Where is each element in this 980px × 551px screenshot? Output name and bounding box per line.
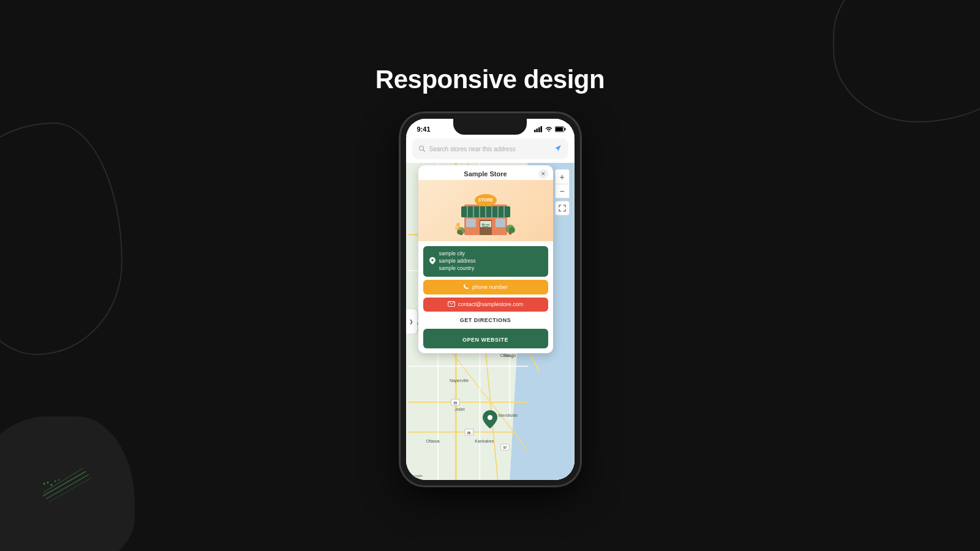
decorative-lines <box>43 465 92 502</box>
svg-point-43 <box>488 415 492 420</box>
svg-rect-55 <box>496 219 505 227</box>
phone-number-text: phone number <box>472 284 508 290</box>
address-street: sample address <box>439 258 476 265</box>
svg-point-4 <box>43 483 45 485</box>
svg-point-6 <box>51 484 53 486</box>
status-icons <box>534 126 566 132</box>
page-title: Responsive design <box>375 65 605 94</box>
svg-rect-12 <box>540 126 542 132</box>
website-button-label: OPEN WEBSITE <box>462 337 508 343</box>
svg-text:39: 39 <box>453 402 457 405</box>
store-image: STORE We are Open! <box>418 180 553 241</box>
signal-icon <box>534 126 543 132</box>
address-pin-icon <box>429 257 435 266</box>
phone-icon <box>463 283 469 291</box>
popup-body: sample city sample address sample countr… <box>418 241 553 353</box>
search-icon <box>418 145 426 152</box>
svg-rect-10 <box>536 129 538 132</box>
address-city: sample city <box>439 250 476 258</box>
city-label-joliet: Joliet <box>454 407 464 411</box>
fullscreen-icon <box>559 204 566 212</box>
city-label-ottawa: Ottawa <box>426 439 440 443</box>
envelope-icon <box>448 301 455 307</box>
phone-notch <box>453 119 527 135</box>
battery-icon <box>555 126 566 132</box>
fullscreen-button[interactable] <box>555 201 570 216</box>
svg-point-5 <box>47 482 49 484</box>
page-container: Responsive design 9:41 <box>375 65 605 486</box>
svg-point-8 <box>58 479 60 481</box>
svg-line-0 <box>43 471 86 496</box>
chevron-right-icon: ❯ <box>409 319 413 324</box>
zoom-out-button[interactable]: − <box>555 184 570 198</box>
svg-rect-67 <box>509 231 511 234</box>
svg-rect-54 <box>466 219 476 227</box>
city-label-naperville: Naperville <box>450 378 469 383</box>
address-country: sample country <box>439 265 476 272</box>
map-controls: + − <box>555 169 570 216</box>
city-label-gary: Ga... <box>503 353 513 358</box>
wifi-icon <box>545 126 552 132</box>
decorative-blob-top-right <box>833 0 980 122</box>
phone-frame: 9:41 <box>400 113 581 486</box>
email-address-text: contact@samplestore.com <box>458 301 524 307</box>
email-icon <box>448 301 455 308</box>
svg-point-70 <box>431 259 434 261</box>
svg-line-17 <box>423 150 424 152</box>
svg-text:80: 80 <box>467 432 471 435</box>
website-button[interactable]: OPEN WEBSITE <box>423 329 548 348</box>
map-pin-icon <box>483 410 497 429</box>
svg-text:Open!: Open! <box>482 225 489 228</box>
svg-rect-69 <box>455 227 461 230</box>
svg-point-7 <box>55 481 56 482</box>
map-background: 90 39 88 80 57 Ripon Fond du Lac Sheboyg… <box>406 163 575 480</box>
svg-rect-11 <box>538 127 540 132</box>
zoom-in-button[interactable]: + <box>555 169 570 184</box>
store-name: Sample Store <box>418 165 553 180</box>
popup-close-button[interactable]: ✕ <box>538 169 548 179</box>
phone-screen: 9:41 <box>406 119 575 480</box>
email-button[interactable]: contact@samplestore.com <box>423 298 548 312</box>
side-panel-toggle[interactable]: ❯ <box>406 309 417 334</box>
svg-rect-14 <box>556 127 563 131</box>
svg-point-68 <box>456 223 460 227</box>
city-label-kankakee: Kankakee <box>475 439 494 443</box>
search-bar[interactable]: Search stores near this address <box>412 138 568 159</box>
decorative-blob-left <box>0 122 123 355</box>
google-map-label: Google <box>411 474 423 478</box>
location-arrow-icon[interactable] <box>554 144 562 154</box>
phone-call-icon <box>463 283 469 290</box>
svg-text:57: 57 <box>503 446 507 449</box>
search-input-placeholder[interactable]: Search stores near this address <box>429 146 550 152</box>
map-pin <box>483 410 497 431</box>
svg-text:STORE: STORE <box>478 198 493 202</box>
address-text: sample city sample address sample countr… <box>439 250 476 272</box>
phone-button[interactable]: phone number <box>423 280 548 294</box>
svg-rect-9 <box>534 130 536 132</box>
directions-button[interactable]: GET DIRECTIONS <box>423 315 548 326</box>
status-time: 9:41 <box>417 126 431 133</box>
store-popup: ✕ Sample Store <box>418 165 553 353</box>
city-label-merrillville: Merrillville <box>499 413 518 418</box>
store-illustration: STORE We are Open! <box>449 183 522 238</box>
svg-rect-64 <box>460 232 462 235</box>
svg-rect-15 <box>564 128 565 130</box>
address-block: sample city sample address sample countr… <box>423 246 548 277</box>
location-pin-icon <box>429 257 435 264</box>
